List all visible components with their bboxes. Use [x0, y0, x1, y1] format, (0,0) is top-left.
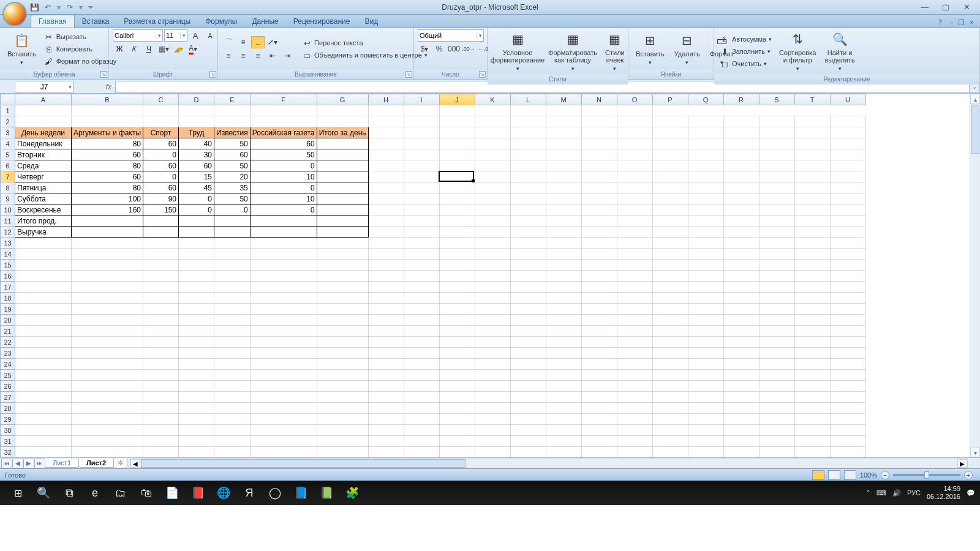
col-header-L[interactable]: L — [510, 94, 546, 105]
cell[interactable]: Понедельник — [15, 138, 72, 149]
row-header-1[interactable]: 1 — [1, 105, 15, 116]
cell[interactable]: 60 — [179, 160, 214, 171]
cell[interactable] — [475, 204, 510, 216]
cell[interactable]: 100 — [72, 193, 143, 204]
number-launcher[interactable]: ↘ — [479, 71, 486, 78]
cell[interactable] — [475, 138, 510, 149]
cell[interactable] — [404, 227, 439, 238]
find-select-button[interactable]: 🔍Найти и выделить▾ — [821, 29, 858, 73]
cell[interactable] — [439, 249, 475, 260]
zoom-out-button[interactable]: − — [881, 471, 889, 479]
cell[interactable] — [546, 238, 581, 249]
clear-button[interactable]: ◻Очистить▾ — [718, 58, 774, 69]
cell[interactable] — [179, 414, 214, 425]
cell[interactable] — [404, 315, 439, 326]
row-header-30[interactable]: 30 — [1, 425, 15, 436]
taskbar-icon[interactable]: ⧉ — [60, 484, 78, 502]
cell[interactable] — [794, 116, 830, 127]
cell[interactable] — [581, 326, 617, 337]
cell[interactable] — [475, 447, 510, 458]
cell[interactable] — [510, 193, 546, 204]
cell[interactable] — [317, 414, 368, 425]
cell[interactable]: День недели — [15, 127, 72, 138]
cell[interactable] — [404, 238, 439, 249]
cell[interactable] — [546, 337, 581, 348]
new-sheet-button[interactable]: ✲ — [113, 459, 127, 468]
cell[interactable] — [15, 392, 72, 403]
cell[interactable] — [510, 414, 546, 425]
row-header-27[interactable]: 27 — [1, 392, 15, 403]
cell[interactable] — [368, 359, 404, 370]
cell[interactable] — [404, 249, 439, 260]
cell[interactable] — [581, 160, 617, 171]
col-header-C[interactable]: C — [143, 94, 179, 105]
cell[interactable] — [581, 138, 617, 149]
borders-button[interactable]: ▦▾ — [157, 43, 170, 55]
cell[interactable] — [546, 271, 581, 282]
italic-button[interactable]: К — [127, 43, 141, 55]
cell[interactable] — [581, 337, 617, 348]
cell[interactable] — [617, 403, 652, 414]
cell[interactable] — [214, 216, 251, 227]
cell[interactable] — [510, 436, 546, 447]
cell[interactable] — [652, 271, 688, 282]
cell[interactable] — [617, 447, 652, 458]
cell[interactable] — [368, 337, 404, 348]
scroll-up-button[interactable]: ▴ — [970, 94, 980, 104]
cell[interactable] — [250, 282, 317, 293]
cell[interactable]: 160 — [72, 204, 143, 216]
cell[interactable] — [404, 359, 439, 370]
cell[interactable] — [404, 282, 439, 293]
cell[interactable] — [214, 260, 251, 271]
cell[interactable]: 20 — [214, 171, 251, 182]
cell[interactable] — [475, 216, 510, 227]
cell[interactable] — [581, 359, 617, 370]
cell[interactable] — [794, 447, 830, 458]
cell[interactable] — [759, 403, 794, 414]
cell[interactable] — [830, 160, 865, 171]
cell[interactable] — [723, 216, 759, 227]
cell[interactable] — [250, 260, 317, 271]
cell[interactable] — [581, 204, 617, 216]
cell[interactable] — [581, 282, 617, 293]
cell[interactable] — [581, 127, 617, 138]
cell[interactable] — [317, 359, 368, 370]
wrap-text-button[interactable]: ↩Перенос текста — [300, 37, 429, 48]
cell[interactable] — [317, 138, 368, 149]
cell[interactable] — [72, 315, 143, 326]
row-header-16[interactable]: 16 — [1, 271, 15, 282]
cell[interactable] — [317, 182, 368, 193]
cell[interactable]: Суббота — [15, 193, 72, 204]
cell[interactable] — [759, 304, 794, 315]
cell[interactable] — [688, 160, 723, 171]
cell[interactable]: 10 — [250, 193, 317, 204]
cell[interactable] — [830, 238, 865, 249]
cell[interactable] — [72, 425, 143, 436]
cell[interactable]: 60 — [143, 182, 179, 193]
cell[interactable] — [250, 116, 317, 127]
cell[interactable] — [617, 238, 652, 249]
cell[interactable] — [759, 271, 794, 282]
cell[interactable] — [546, 425, 581, 436]
cell[interactable] — [581, 216, 617, 227]
cell[interactable] — [581, 348, 617, 359]
qat-undo-dd[interactable]: ▾ — [56, 3, 61, 12]
cell[interactable] — [652, 216, 688, 227]
taskbar-icon[interactable]: 🔍 — [34, 484, 53, 502]
cell[interactable] — [723, 282, 759, 293]
cell[interactable] — [830, 260, 865, 271]
taskbar-icon[interactable]: e — [86, 484, 104, 502]
cell[interactable] — [72, 337, 143, 348]
cell[interactable] — [581, 116, 617, 127]
cell[interactable] — [404, 447, 439, 458]
cell[interactable] — [368, 171, 404, 182]
cell[interactable] — [723, 304, 759, 315]
cell[interactable] — [317, 326, 368, 337]
cell[interactable] — [368, 447, 404, 458]
cell[interactable] — [404, 436, 439, 447]
cell[interactable] — [617, 370, 652, 381]
cell[interactable] — [688, 447, 723, 458]
cell[interactable] — [510, 348, 546, 359]
cell[interactable] — [368, 326, 404, 337]
zoom-slider[interactable] — [893, 474, 960, 476]
